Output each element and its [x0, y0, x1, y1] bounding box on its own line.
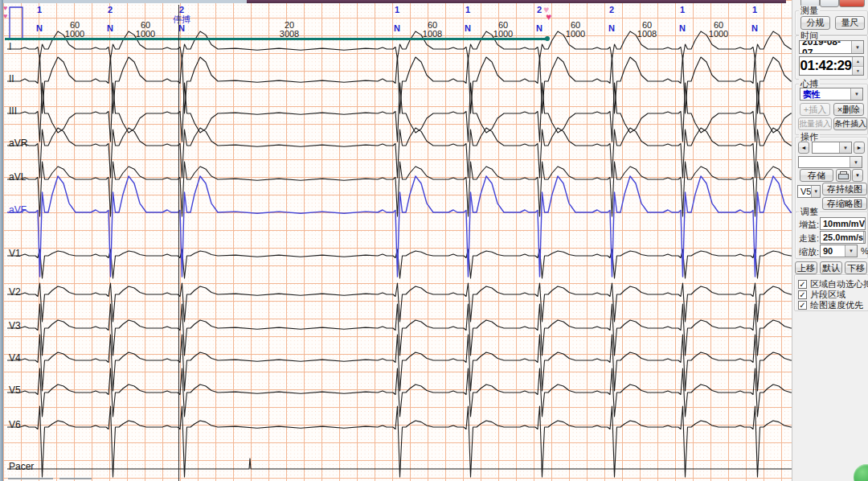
beat-type-label[interactable]: N [178, 23, 185, 33]
chevron-down-icon[interactable]: ▼ [845, 245, 857, 257]
move-down-button[interactable]: 下移 [845, 261, 867, 274]
beat-type-label[interactable]: N [394, 23, 400, 33]
date-select[interactable]: 2019-08-07 ▼ [799, 40, 864, 54]
beat-number[interactable]: 1 [395, 5, 399, 14]
batch-insert-button[interactable]: 批量插入 [798, 117, 832, 130]
save-thumbnail-button[interactable]: 存缩略图 [822, 197, 867, 210]
beat-type-select[interactable]: 窦性 ▼ [800, 88, 863, 101]
ruler-button[interactable]: 量尺 [835, 16, 865, 30]
lead-label-I: I [9, 42, 11, 51]
beat-number[interactable]: 1 [37, 5, 42, 14]
print-options-dropdown[interactable]: ▼ [852, 169, 863, 182]
chevron-down-icon[interactable]: ▼ [863, 232, 866, 243]
time-cursor-line[interactable] [178, 5, 179, 481]
gain-select[interactable]: 10mm/mV ▼ [820, 217, 866, 230]
lead-select-value: V5 [800, 187, 811, 196]
lead-label-aVR: aVR [9, 138, 27, 148]
percent-label: % [861, 246, 868, 256]
spin-down-icon[interactable]: ▼ [853, 67, 863, 76]
operation-group: 操作 ◄ ▼ ► ▼ 存储 ▼ V5 ▼ 存持续图 存缩略图 [795, 137, 868, 212]
titlebar-sliver-left [3, 0, 247, 3]
checkbox-icon[interactable]: ✓ [798, 280, 807, 289]
beat-number[interactable]: 1 [465, 5, 470, 14]
beat-number[interactable]: 1 [752, 5, 757, 14]
beat-type-label[interactable]: N [679, 23, 686, 33]
zoom-label: 缩放: [799, 246, 819, 258]
prev-arrow-button[interactable]: ◄ [798, 142, 809, 154]
zoom-value: 90 [823, 246, 833, 256]
insert-beat-button[interactable]: +插入 [800, 103, 830, 116]
beat-number[interactable]: 2 [609, 5, 614, 14]
cutoff-status-text [59, 478, 92, 479]
beat-number[interactable]: 2 [537, 5, 542, 14]
caliper-button[interactable]: 分规 [800, 16, 830, 30]
delete-beat-button[interactable]: ×删除 [833, 103, 864, 116]
window-border [0, 0, 3, 481]
rr-value: 1008 [637, 29, 657, 39]
chevron-down-icon[interactable]: ▼ [839, 142, 851, 153]
beat-group: 心搏 窦性 ▼ +插入 ×删除 批量插入 条件插入 [795, 84, 868, 135]
rr-value: 1000 [493, 29, 513, 39]
gain-label: 增益: [799, 219, 819, 231]
lead-label-V3: V3 [9, 321, 21, 331]
time-value: 01:42:29 [800, 58, 852, 74]
checkbox-icon[interactable]: ✓ [798, 290, 807, 299]
print-button[interactable] [836, 169, 851, 182]
template-select[interactable]: ▼ [798, 156, 862, 168]
beat-type-label[interactable]: N [36, 23, 43, 33]
save-continuous-button[interactable]: 存持续图 [822, 183, 867, 195]
conditional-insert-button[interactable]: 条件插入 [833, 117, 867, 130]
selection-range-endpoint[interactable] [545, 36, 550, 41]
beat-type-label[interactable]: N [751, 23, 758, 33]
zoom-select[interactable]: 90 ▼ [820, 245, 858, 257]
rr-value: 1000 [65, 29, 84, 39]
lead-label-III: III [9, 106, 17, 116]
lead-select[interactable]: V5 ▼ [797, 185, 821, 198]
chevron-down-icon[interactable]: ▼ [811, 186, 820, 197]
time-group: 时间 2019-08-07 ▼ 01:42:29 ▲ ▼ [795, 35, 868, 80]
titlebar-sliver-right [247, 0, 786, 3]
chevron-down-icon[interactable]: ▼ [851, 41, 863, 53]
adjust-group: 调整 增益: 10mm/mV ▼ 走速: 25.0mm/s ▼ 缩放: 90 ▼… [795, 212, 868, 259]
save-button[interactable]: 存储 [800, 169, 833, 182]
lead-trace-I [7, 31, 792, 59]
checkbox-icon[interactable]: ✓ [798, 301, 807, 310]
beat-number[interactable]: 2 [108, 5, 113, 14]
lead-label-II: II [9, 74, 14, 84]
holter-analysis-window: 1N2N2停搏N1N1N2N♥♥2N1N1N601000601000203008… [0, 0, 868, 481]
date-value: 2019-08-07 [802, 40, 851, 54]
chevron-down-icon[interactable]: ▼ [850, 157, 862, 167]
heart-marker-icon[interactable]: ♥ [546, 12, 551, 22]
beat-type-label[interactable]: N [465, 23, 471, 33]
beat-type-label[interactable]: N [107, 23, 113, 33]
move-up-button[interactable]: 上移 [795, 261, 817, 274]
next-arrow-button[interactable]: ► [854, 142, 865, 154]
close-button[interactable] [839, 0, 865, 7]
chevron-down-icon[interactable]: ▼ [850, 88, 862, 100]
beat-number[interactable]: 1 [680, 5, 685, 14]
maximize-button[interactable] [820, 0, 839, 7]
default-button[interactable]: 默认 [820, 261, 842, 274]
operation-group-title: 操作 [799, 132, 820, 142]
lead-trace-V2 [7, 283, 792, 322]
ecg-strip-view[interactable]: 1N2N2停搏N1N1N2N♥♥2N1N1N601000601000203008… [3, 0, 792, 481]
beat-type-label[interactable]: N [608, 23, 615, 33]
lead-label-V4: V4 [9, 353, 21, 363]
beat-type-label[interactable]: N [536, 23, 542, 33]
lead-label-V5: V5 [9, 385, 21, 395]
printer-icon [838, 171, 849, 180]
rr-value: 3008 [280, 29, 299, 39]
selection-range-line[interactable] [5, 38, 547, 40]
speed-select[interactable]: 25.0mm/s ▼ [820, 231, 866, 244]
lead-label-Pacer: Pacer [9, 462, 34, 471]
event-select[interactable]: ▼ [812, 142, 852, 154]
rr-value: 1000 [566, 29, 585, 39]
cutoff-status-text [8, 478, 53, 479]
event-marker-icon: ♥ [3, 13, 7, 20]
lead-label-aVL: aVL [9, 172, 26, 182]
time-group-title: 时间 [799, 31, 820, 40]
option-checkbox-row[interactable]: ✓绘图速度优先 [798, 299, 863, 311]
chevron-down-icon[interactable]: ▼ [865, 218, 866, 229]
time-spinner[interactable]: 01:42:29 ▲ ▼ [799, 56, 864, 76]
spin-up-icon[interactable]: ▲ [853, 57, 863, 67]
